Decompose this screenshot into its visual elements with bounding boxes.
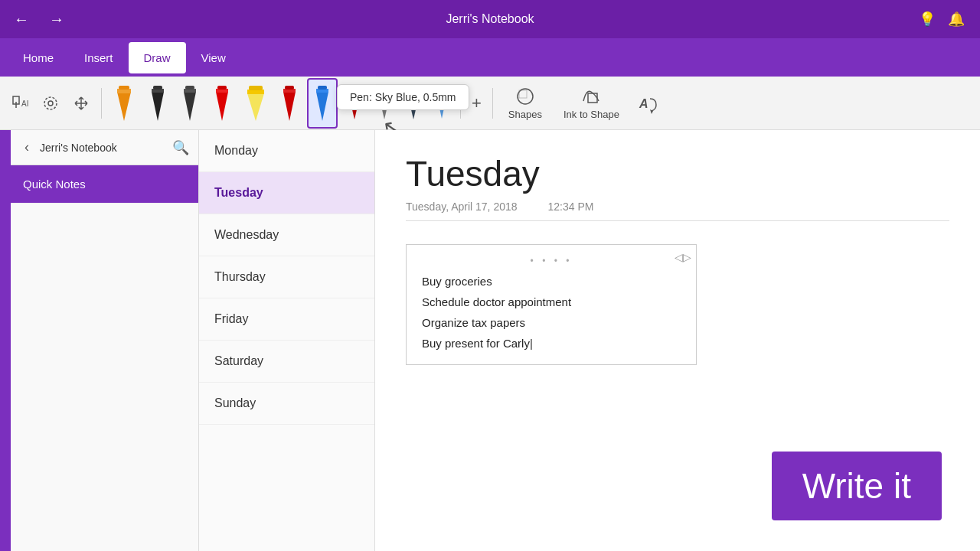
- ink-replay-button[interactable]: A: [632, 88, 662, 119]
- svg-marker-32: [407, 93, 420, 119]
- svg-rect-40: [588, 93, 597, 103]
- forward-button[interactable]: →: [43, 8, 70, 31]
- section-tab-quick-notes: [4, 138, 7, 150]
- svg-rect-7: [119, 86, 129, 90]
- svg-marker-29: [378, 93, 390, 119]
- svg-text:AI: AI: [21, 99, 28, 108]
- move-tool-button[interactable]: [67, 90, 95, 117]
- notebook-back-button[interactable]: ‹: [20, 138, 34, 157]
- back-button[interactable]: ←: [8, 8, 35, 31]
- notebook-panel: ‹ Jerri's Notebook 🔍 Quick Notes: [11, 130, 199, 551]
- move-icon: [72, 94, 90, 112]
- svg-rect-28: [350, 87, 359, 91]
- pen-red-3-icon: [345, 86, 364, 121]
- content-area: Tuesday Tuesday, April 17, 2018 12:34 PM…: [375, 130, 980, 551]
- pen-blue-button[interactable]: [307, 78, 338, 129]
- notebook-search-button[interactable]: 🔍: [172, 139, 189, 156]
- select-tool-button[interactable]: AI: [6, 90, 34, 117]
- svg-marker-8: [152, 92, 164, 121]
- shapes-icon: [514, 86, 536, 107]
- ideas-icon[interactable]: 💡: [919, 11, 936, 28]
- svg-rect-25: [318, 86, 327, 90]
- note-line-4: Buy present for Carly: [422, 333, 681, 354]
- pen-red-button[interactable]: [207, 80, 237, 127]
- notebook-title: Jerri's Notebook: [40, 142, 166, 154]
- pen-black-2-icon: [180, 84, 200, 122]
- notebook-header: ‹ Jerri's Notebook 🔍: [11, 130, 198, 165]
- svg-point-3: [44, 97, 57, 109]
- main-area: ‹ Jerri's Notebook 🔍 Quick Notes Monday …: [0, 130, 980, 551]
- toolbar-separator-1: [101, 88, 102, 119]
- pen-red-2-icon: [279, 84, 299, 122]
- app-title: Jerri's Notebook: [446, 12, 534, 26]
- svg-marker-14: [216, 92, 228, 121]
- svg-point-38: [518, 89, 533, 104]
- page-date: Tuesday, April 17, 2018: [406, 201, 518, 213]
- svg-rect-22: [285, 86, 294, 90]
- lasso-tool-button[interactable]: [37, 90, 64, 117]
- section-bar: [0, 130, 11, 551]
- page-tuesday[interactable]: Tuesday: [199, 172, 374, 214]
- pen-lightblue-button[interactable]: [430, 82, 454, 125]
- pen-black-1-button[interactable]: [143, 80, 172, 127]
- pen-blue-icon: [313, 84, 332, 122]
- note-line-2: Schedule doctor appointment: [422, 292, 681, 312]
- svg-rect-31: [380, 87, 389, 91]
- notifications-icon[interactable]: 🔔: [948, 11, 965, 28]
- svg-rect-16: [217, 86, 227, 90]
- pen-red-2-button[interactable]: [275, 80, 304, 127]
- pen-orange-button[interactable]: [108, 80, 140, 127]
- ink-to-shape-icon: [580, 86, 602, 107]
- page-meta: Tuesday, April 17, 2018 12:34 PM: [406, 201, 949, 221]
- toolbar: AI: [0, 77, 980, 130]
- pen-red-3-button[interactable]: [341, 81, 368, 126]
- menu-draw[interactable]: Draw: [129, 42, 186, 73]
- pen-yellow-icon: [244, 84, 267, 122]
- add-pen-button[interactable]: +: [467, 89, 486, 118]
- toolbar-separator-3: [492, 88, 493, 119]
- menu-home[interactable]: Home: [8, 42, 69, 73]
- note-line-3: Organize tax papers: [422, 312, 681, 333]
- pen-red-icon: [212, 84, 232, 122]
- ink-to-shape-button[interactable]: Ink to Shape: [554, 81, 629, 125]
- note-box[interactable]: • • • • ◁▷ Buy groceries Schedule doctor…: [406, 244, 697, 365]
- menu-insert[interactable]: Insert: [69, 42, 129, 73]
- page-title: Tuesday: [406, 153, 949, 194]
- svg-rect-13: [185, 86, 194, 90]
- svg-rect-10: [153, 86, 162, 90]
- titlebar: ← → Jerri's Notebook 💡 🔔: [0, 0, 980, 38]
- page-monday[interactable]: Monday: [199, 130, 374, 172]
- lasso-icon: [41, 94, 60, 112]
- pen-lightblue-icon: [434, 86, 449, 120]
- shapes-button[interactable]: Shapes: [499, 81, 551, 125]
- svg-marker-23: [316, 92, 328, 121]
- write-it-banner: Write it: [772, 452, 942, 520]
- menubar: Home Insert Draw View: [0, 38, 980, 77]
- pen-orange-icon: [113, 84, 136, 122]
- page-wednesday[interactable]: Wednesday: [199, 214, 374, 256]
- note-box-handle: • • • •: [422, 256, 681, 266]
- pen-black-2-button[interactable]: [175, 80, 204, 127]
- page-friday[interactable]: Friday: [199, 298, 374, 341]
- select-icon: AI: [11, 94, 29, 112]
- svg-rect-39: [519, 90, 527, 98]
- svg-rect-19: [249, 86, 263, 90]
- toolbar-separator-2: [460, 88, 461, 119]
- menu-view[interactable]: View: [186, 42, 241, 73]
- page-sunday[interactable]: Sunday: [199, 383, 374, 425]
- page-saturday[interactable]: Saturday: [199, 341, 374, 383]
- svg-marker-26: [348, 93, 361, 119]
- pen-gray-button[interactable]: [371, 81, 397, 126]
- shapes-label: Shapes: [508, 109, 542, 120]
- pen-yellow-button[interactable]: [240, 80, 272, 127]
- resize-handle[interactable]: ◁▷: [675, 251, 691, 263]
- page-thursday[interactable]: Thursday: [199, 256, 374, 298]
- svg-marker-5: [117, 92, 131, 121]
- svg-marker-17: [247, 93, 264, 121]
- section-quick-notes[interactable]: Quick Notes: [11, 165, 198, 204]
- pen-gray-icon: [376, 86, 393, 121]
- pen-darkblue-button[interactable]: [400, 81, 426, 126]
- svg-marker-20: [283, 92, 296, 121]
- svg-marker-35: [436, 94, 447, 119]
- svg-marker-11: [184, 92, 196, 121]
